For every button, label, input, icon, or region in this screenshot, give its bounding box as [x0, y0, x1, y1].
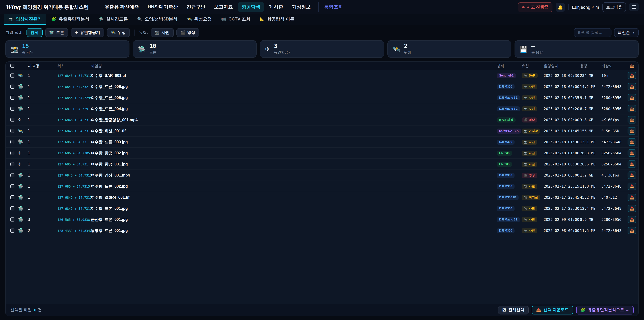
table-row[interactable]: 🛸 1 127.687 + 34.729 여수항_드론_004.jpg DJI …	[6, 103, 638, 114]
footer-action-button[interactable]: ☑ 전체선택	[498, 305, 529, 314]
type-icon: 📷	[524, 163, 528, 166]
notification-bell-icon[interactable]: 🔔	[556, 3, 565, 12]
nav-item[interactable]: 게시판	[266, 2, 287, 12]
hamburger-menu-icon[interactable]	[629, 3, 639, 12]
file-size: 234 MB	[580, 73, 602, 78]
nav-item[interactable]: 통합조회	[318, 2, 347, 12]
download-button[interactable]: 📥	[628, 160, 636, 168]
download-button[interactable]: 📥	[628, 183, 636, 190]
download-button[interactable]: 📥	[628, 205, 636, 212]
row-checkbox[interactable]	[10, 151, 14, 155]
row-checkbox[interactable]	[10, 85, 14, 89]
app-logo[interactable]: Wing 해양환경 위기대응 통합시스템	[5, 4, 88, 10]
row-checkbox[interactable]	[10, 206, 14, 210]
row-checkbox[interactable]	[10, 173, 14, 177]
select-all-checkbox[interactable]	[10, 64, 14, 68]
coordinates-link[interactable]: 127.6845 + 34.7312	[57, 207, 91, 210]
download-button[interactable]: 📥	[628, 138, 636, 146]
table-row[interactable]: 🛸 2 128.4331 + 34.8342 통영항_드론_001.jpg DJ…	[6, 225, 638, 236]
type-filter-chip[interactable]: 🎬 영상	[176, 28, 199, 37]
table-row[interactable]: 🛸 1 127.6845 + 34.7312 여수항_드론_001.jpg DJ…	[6, 203, 638, 214]
coordinates-link[interactable]: 127.6845 + 34.7312	[57, 118, 91, 122]
equipment-filter-chip[interactable]: 전체	[26, 28, 42, 37]
nav-item[interactable]: 유출유 확산예측	[101, 2, 142, 12]
row-checkbox[interactable]	[10, 74, 14, 78]
coordinates-link[interactable]: 127.6845 + 34.7312	[57, 74, 91, 77]
equipment-filter-chip[interactable]: ✈ 유인항공기	[71, 28, 104, 37]
nav-item[interactable]: HNS·대기확산	[144, 2, 182, 12]
download-button[interactable]: 📥	[628, 149, 636, 157]
tab-item[interactable]: 🧩 유출유면적분석	[47, 14, 94, 25]
download-button[interactable]: 📥	[628, 127, 636, 135]
coordinates-link[interactable]: 127.6845 + 34.7312	[57, 129, 91, 133]
download-button[interactable]: 📥	[628, 116, 636, 124]
tab-item[interactable]: 🛰️ 위성요청	[182, 14, 216, 25]
tab-item[interactable]: 🔍 오염/선박3D분석	[133, 14, 182, 25]
download-icon: 📥	[630, 73, 634, 78]
coordinates-link[interactable]: 127.6855 + 34.7295	[57, 96, 91, 100]
nav-item[interactable]: 항공탐색	[238, 2, 264, 12]
coordinates-link[interactable]: 127.685 + 34.7315	[57, 184, 91, 188]
download-button[interactable]: 📥	[628, 105, 636, 112]
type-filter-chip[interactable]: 📷 사진	[151, 28, 174, 37]
row-checkbox[interactable]	[10, 107, 14, 111]
tab-item[interactable]: 🛸 실시간드론	[94, 14, 132, 25]
coordinates-link[interactable]: 126.565 + 35.9838	[57, 218, 91, 221]
table-row[interactable]: ✈ 1 127.686 + 34.7305 여수항_항공_002.jpg CN-…	[6, 147, 638, 158]
tab-item[interactable]: 📹 CCTV 조회	[217, 14, 254, 25]
equipment-filter-chip[interactable]: 🛰️ 위성	[107, 28, 130, 37]
table-row[interactable]: 🛸 1 127.685 + 34.7315 여수항_드론_002.jpg DJI…	[6, 181, 638, 192]
table-row[interactable]: 🛸 1 127.686 + 34.73 여수항_드론_003.jpg DJI M…	[6, 136, 638, 147]
coordinates-link[interactable]: 127.686 + 34.7305	[57, 151, 91, 155]
row-checkbox[interactable]	[10, 195, 14, 199]
nav-item[interactable]: 보고자료	[210, 2, 237, 12]
table-row[interactable]: ✈ 1 127.685 + 34.731 여수항_항공_001.jpg CN-2…	[6, 158, 638, 169]
incident-status-badge[interactable]: 사고 진행중	[518, 2, 552, 12]
row-checkbox[interactable]	[10, 228, 14, 233]
coordinates-link[interactable]: 127.687 + 34.729	[57, 107, 91, 111]
download-button[interactable]: 📥	[628, 171, 636, 179]
incident-id: 1	[28, 195, 57, 200]
row-checkbox[interactable]	[10, 162, 14, 166]
type-badge: 📷 사진	[522, 162, 537, 167]
tab-item[interactable]: 📐 항공탐색 이론	[255, 14, 299, 25]
type-label: 영상	[529, 174, 535, 177]
row-checkbox[interactable]	[10, 184, 14, 188]
nav-item[interactable]: 기상정보	[288, 2, 314, 12]
table-row[interactable]: 🛸 1 127.684 + 34.732 여수항_드론_006.jpg DJI …	[6, 81, 638, 92]
stat-card: ✈ 3 유인항공기	[260, 40, 384, 58]
filename-search-input[interactable]	[574, 28, 612, 37]
download-button[interactable]: 📥	[628, 83, 636, 90]
row-checkbox[interactable]	[10, 118, 14, 122]
coordinates-link[interactable]: 127.6845 + 34.7312	[57, 173, 91, 177]
logout-button[interactable]: 로그아웃	[602, 2, 626, 12]
row-checkbox[interactable]	[10, 96, 14, 100]
coordinates-link[interactable]: 127.684 + 34.732	[57, 85, 91, 88]
table-row[interactable]: 🛸 1 127.6845 + 34.7312 여수항_영상_001.mp4 DJ…	[6, 169, 638, 181]
download-button[interactable]: 📥	[628, 94, 636, 101]
table-row[interactable]: 🛸 1 127.6845 + 34.7312 여수항_열화상_001.tif D…	[6, 192, 638, 203]
coordinates-link[interactable]: 127.685 + 34.731	[57, 162, 91, 166]
sort-select[interactable]: 최신순 ▼	[614, 28, 639, 37]
equipment-filter-chip[interactable]: 🛸 드론	[45, 28, 68, 37]
table-row[interactable]: ✈ 1 127.6845 + 34.7312 여수항_항공영상_001.mp4 …	[6, 114, 638, 125]
download-button[interactable]: 📥	[628, 227, 636, 234]
row-checkbox[interactable]	[10, 140, 14, 144]
footer-action-button[interactable]: 📥 선택 다운로드	[532, 305, 573, 314]
download-button[interactable]: 📥	[628, 72, 636, 79]
coordinates-link[interactable]: 127.6845 + 34.7312	[57, 195, 91, 199]
row-checkbox[interactable]	[10, 129, 14, 133]
footer-action-button[interactable]: 🧩 유출유면적분석으로 →	[576, 305, 634, 314]
nav-item[interactable]: 긴급구난	[183, 2, 209, 12]
table-row[interactable]: 🛰️ 1 127.6845 + 34.7312 여수항_위성_001.tif K…	[6, 125, 638, 136]
table-row[interactable]: 🛸 3 126.565 + 35.9838 군산항_드론_001.jpg DJI…	[6, 214, 638, 225]
table-row[interactable]: 🛰️ 1 127.6845 + 34.7312 여수항_SAR_001.tif …	[6, 70, 638, 81]
tab-item[interactable]: 📷 영상사진관리	[4, 14, 46, 25]
download-button[interactable]: 📥	[628, 216, 636, 223]
coordinates-link[interactable]: 128.4331 + 34.8342	[57, 229, 91, 232]
table-row[interactable]: 🛸 1 127.6855 + 34.7295 여수항_드론_005.jpg DJ…	[6, 92, 638, 103]
table-empty-space	[6, 236, 638, 304]
coordinates-link[interactable]: 127.686 + 34.73	[57, 140, 91, 144]
download-button[interactable]: 📥	[628, 194, 636, 201]
row-checkbox[interactable]	[10, 217, 14, 221]
